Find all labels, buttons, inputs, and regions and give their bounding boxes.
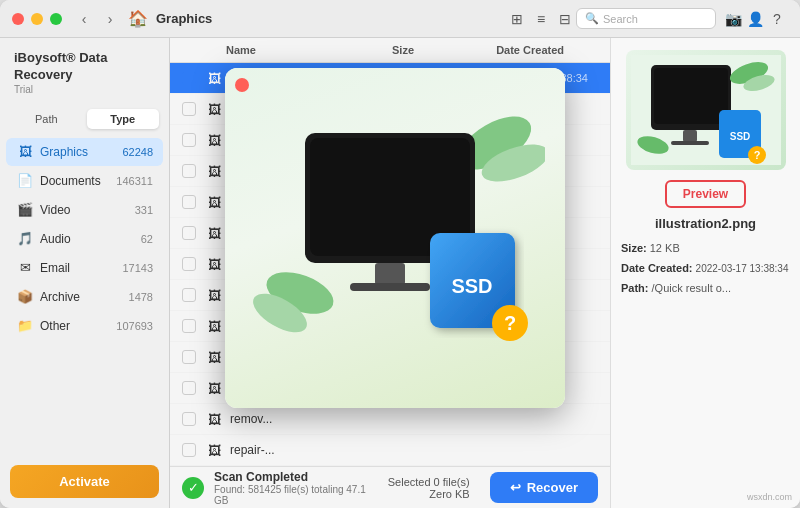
user-icon[interactable]: 👤 (744, 8, 766, 30)
list-view-button[interactable]: ≡ (530, 8, 552, 30)
activate-button[interactable]: Activate (10, 465, 159, 498)
sidebar-item-graphics[interactable]: 🖼 Graphics 62248 (6, 138, 163, 166)
file-type-icon: 🖼 (204, 316, 224, 336)
file-type-icon: 🖼 (204, 378, 224, 398)
file-checkbox[interactable] (182, 319, 196, 333)
selected-files-size: Zero KB (388, 488, 470, 500)
help-icon[interactable]: ? (766, 8, 788, 30)
file-checkbox[interactable] (182, 443, 196, 457)
date-label: Date Created: (621, 262, 693, 274)
sidebar-item-audio[interactable]: 🎵 Audio 62 (6, 225, 163, 253)
back-button[interactable]: ‹ (74, 9, 94, 29)
forward-button[interactable]: › (100, 9, 120, 29)
minimize-button[interactable] (31, 13, 43, 25)
file-name: remov... (230, 412, 358, 426)
thumbnail-preview: SSD ? (626, 50, 786, 170)
svg-text:?: ? (504, 312, 516, 334)
file-type-icon: 🖼 (204, 409, 224, 429)
file-checkbox[interactable] (182, 164, 196, 178)
preview-button[interactable]: Preview (665, 180, 746, 208)
illustration-svg: SSD ? (245, 93, 545, 383)
svg-rect-16 (671, 141, 709, 145)
close-button[interactable] (12, 13, 24, 25)
file-checkbox[interactable] (182, 381, 196, 395)
home-icon[interactable]: 🏠 (128, 9, 148, 28)
sidebar-email-label: Email (40, 261, 122, 275)
file-checkbox[interactable] (182, 288, 196, 302)
file-checkbox[interactable] (182, 226, 196, 240)
watermark: wsxdn.com (747, 492, 792, 502)
sidebar-item-email[interactable]: ✉ Email 17143 (6, 254, 163, 282)
search-placeholder: Search (603, 13, 638, 25)
sidebar-item-video[interactable]: 🎬 Video 331 (6, 196, 163, 224)
file-checkbox[interactable] (182, 195, 196, 209)
sidebar-documents-count: 146311 (116, 175, 153, 187)
column-name: Name (226, 44, 334, 56)
svg-rect-15 (683, 130, 697, 142)
sidebar-item-archive[interactable]: 📦 Archive 1478 (6, 283, 163, 311)
status-title: Scan Completed (214, 470, 378, 484)
selected-files-info: Selected 0 file(s) Zero KB (388, 476, 470, 500)
path-value: /Quick result o... (652, 282, 731, 294)
scan-complete-icon: ✓ (182, 477, 204, 499)
window-controls (12, 13, 62, 25)
column-size: Size (334, 44, 414, 56)
svg-rect-14 (654, 68, 728, 124)
svg-rect-7 (350, 283, 430, 291)
tab-path[interactable]: Path (10, 109, 83, 129)
titlebar-location: Graphics (156, 11, 212, 26)
sidebar-documents-label: Documents (40, 174, 116, 188)
file-checkbox[interactable] (182, 102, 196, 116)
preview-filename: illustration2.png (655, 216, 756, 231)
sidebar-other-count: 107693 (116, 320, 153, 332)
status-subtitle: Found: 581425 file(s) totaling 47.1 GB (214, 484, 378, 506)
recover-button[interactable]: ↩ Recover (490, 472, 598, 503)
file-type-icon: 🖼 (204, 99, 224, 119)
size-label: Size: (621, 242, 647, 254)
sidebar-audio-label: Audio (40, 232, 141, 246)
file-checkbox[interactable] (182, 412, 196, 426)
navigation-buttons: ‹ › (74, 9, 120, 29)
search-bar[interactable]: 🔍 Search (576, 8, 716, 29)
video-icon: 🎬 (16, 201, 34, 219)
sidebar-archive-count: 1478 (129, 291, 153, 303)
sidebar-item-documents[interactable]: 📄 Documents 146311 (6, 167, 163, 195)
camera-icon[interactable]: 📷 (722, 8, 744, 30)
main-window: ‹ › 🏠 Graphics ⊞ ≡ ⊟ 🔍 Search 📷 👤 ? iBoy… (0, 0, 800, 508)
file-checkbox[interactable] (182, 350, 196, 364)
sidebar-item-other[interactable]: 📁 Other 107693 (6, 312, 163, 340)
svg-text:SSD: SSD (451, 275, 492, 297)
content-area: iBoysoft® Data Recovery Trial Path Type … (0, 38, 800, 508)
file-checkbox[interactable] (182, 257, 196, 271)
preview-popup: SSD ? (225, 68, 565, 408)
file-type-icon: 🖼 (204, 285, 224, 305)
popup-image-area: SSD ? (225, 68, 565, 408)
maximize-button[interactable] (50, 13, 62, 25)
file-row[interactable]: 🖼 remov... (170, 404, 610, 435)
thumbnail-svg: SSD ? (631, 55, 781, 165)
sidebar-tabs: Path Type (0, 101, 169, 135)
app-trial-label: Trial (14, 84, 155, 95)
file-checkbox[interactable] (182, 71, 196, 85)
file-name: repair-... (230, 443, 358, 457)
sidebar-video-count: 331 (135, 204, 153, 216)
grid-view-button[interactable]: ⊞ (506, 8, 528, 30)
documents-icon: 📄 (16, 172, 34, 190)
svg-text:SSD: SSD (729, 131, 750, 142)
meta-path: Path: /Quick result o... (621, 279, 790, 299)
sidebar-bottom: Activate (0, 455, 169, 508)
filter-button[interactable]: ⊟ (554, 8, 576, 30)
tab-type[interactable]: Type (87, 109, 160, 129)
sidebar-graphics-label: Graphics (40, 145, 122, 159)
popup-close-button[interactable] (235, 78, 249, 92)
titlebar: ‹ › 🏠 Graphics ⊞ ≡ ⊟ 🔍 Search 📷 👤 ? (0, 0, 800, 38)
file-type-icon: 🖼 (204, 130, 224, 150)
file-row[interactable]: 🖼 repair-... (170, 435, 610, 466)
sidebar-items: 🖼 Graphics 62248 📄 Documents 146311 🎬 Vi… (0, 135, 169, 455)
search-icon: 🔍 (585, 12, 599, 25)
file-checkbox[interactable] (182, 133, 196, 147)
sidebar-other-label: Other (40, 319, 116, 333)
audio-icon: 🎵 (16, 230, 34, 248)
archive-icon: 📦 (16, 288, 34, 306)
svg-text:?: ? (753, 149, 760, 161)
